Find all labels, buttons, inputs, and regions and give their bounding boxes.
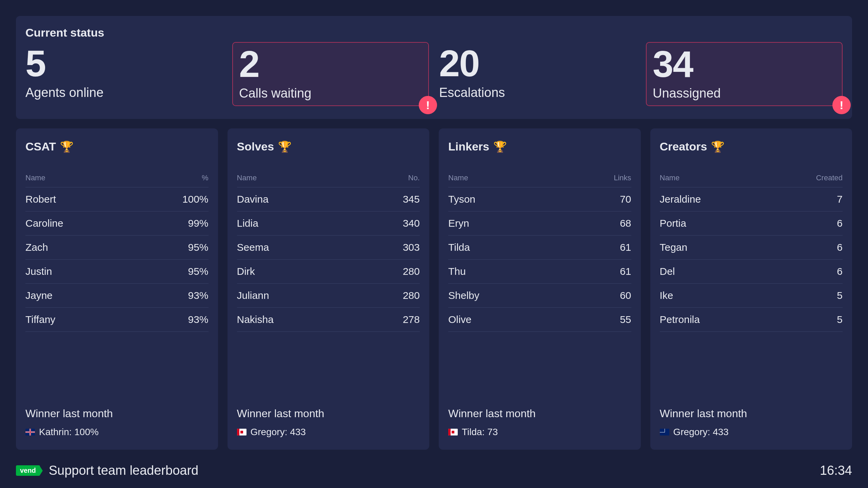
- table-row: Portia6: [660, 211, 843, 236]
- leaderboard-creators: Creators🏆NameCreatedJeraldine7Portia6Teg…: [650, 128, 852, 450]
- board-title-text: CSAT: [25, 140, 56, 153]
- cell-value: 278: [362, 308, 420, 332]
- winner-value: Tilda: 73: [448, 427, 631, 438]
- table-row: Seema303: [237, 236, 420, 260]
- cell-value: 340: [362, 211, 420, 236]
- cell-name: Olive: [448, 308, 566, 332]
- cell-name: Nakisha: [237, 308, 362, 332]
- clock: 16:34: [820, 463, 852, 478]
- cell-name: Davina: [237, 187, 362, 211]
- cell-value: 5: [771, 308, 843, 332]
- cell-value: 6: [771, 260, 843, 284]
- flag-icon: [25, 429, 35, 435]
- board-title-text: Solves: [237, 140, 274, 153]
- cell-name: Del: [660, 260, 771, 284]
- cell-value: 55: [566, 308, 631, 332]
- status-panel: Current status 5Agents online2Calls wait…: [16, 16, 852, 119]
- table-row: Jeraldine7: [660, 187, 843, 211]
- status-label: Agents online: [25, 85, 215, 100]
- winner-label: Winner last month: [25, 407, 209, 420]
- trophy-icon: 🏆: [60, 140, 74, 153]
- table-row: Justin95%: [25, 260, 209, 284]
- column-header-value: No.: [362, 174, 420, 187]
- board-title-text: Linkers: [448, 140, 489, 153]
- board-title: Linkers🏆: [448, 140, 631, 153]
- cell-value: 6: [771, 211, 843, 236]
- table-row: Tilda61: [448, 236, 631, 260]
- table-row: Davina345: [237, 187, 420, 211]
- status-card-calls-waiting: 2Calls waiting!: [232, 42, 429, 106]
- cell-value: 100%: [134, 187, 209, 211]
- cell-value: 99%: [134, 211, 209, 236]
- leaderboard-solves: Solves🏆NameNo.Davina345Lidia340Seema303D…: [228, 128, 430, 450]
- table-row: Nakisha278: [237, 308, 420, 332]
- column-header-name: Name: [660, 174, 771, 187]
- board-table: NameNo.Davina345Lidia340Seema303Dirk280J…: [237, 174, 420, 332]
- cell-value: 345: [362, 187, 420, 211]
- cell-value: 93%: [134, 284, 209, 308]
- winner-value: Gregory: 433: [237, 427, 420, 438]
- brand-badge: vend: [16, 465, 40, 476]
- column-header-name: Name: [448, 174, 566, 187]
- board-title: CSAT🏆: [25, 140, 209, 153]
- flag-icon: [660, 429, 669, 435]
- winner-text: Tilda: 73: [462, 427, 498, 438]
- cell-value: 61: [566, 260, 631, 284]
- winner-value: Gregory: 433: [660, 427, 843, 438]
- cell-value: 5: [771, 284, 843, 308]
- flag-icon: [237, 429, 246, 435]
- status-label: Calls waiting: [239, 86, 421, 101]
- cell-name: Dirk: [237, 260, 362, 284]
- cell-name: Robert: [25, 187, 134, 211]
- table-row: Eryn68: [448, 211, 631, 236]
- cell-name: Lidia: [237, 211, 362, 236]
- cell-name: Caroline: [25, 211, 134, 236]
- winner-value: Kathrin: 100%: [25, 427, 209, 438]
- table-row: Del6: [660, 260, 843, 284]
- winner-section: Winner last monthTilda: 73: [448, 407, 631, 438]
- board-title: Solves🏆: [237, 140, 420, 153]
- trophy-icon: 🏆: [278, 140, 292, 153]
- trophy-icon: 🏆: [493, 140, 507, 153]
- table-row: Jayne93%: [25, 284, 209, 308]
- cell-name: Thu: [448, 260, 566, 284]
- status-card-agents-online: 5Agents online: [25, 42, 222, 106]
- board-title: Creators🏆: [660, 140, 843, 153]
- status-label: Unassigned: [653, 86, 835, 101]
- status-label: Escalations: [439, 85, 629, 100]
- cell-name: Shelby: [448, 284, 566, 308]
- winner-text: Gregory: 433: [251, 427, 306, 438]
- status-value: 34: [653, 45, 835, 83]
- status-value: 20: [439, 45, 629, 82]
- table-row: Tyson70: [448, 187, 631, 211]
- table-row: Dirk280: [237, 260, 420, 284]
- cell-value: 60: [566, 284, 631, 308]
- table-row: Olive55: [448, 308, 631, 332]
- cell-name: Justin: [25, 260, 134, 284]
- table-row: Lidia340: [237, 211, 420, 236]
- winner-text: Gregory: 433: [673, 427, 729, 438]
- column-header-value: Links: [566, 174, 631, 187]
- table-row: Zach95%: [25, 236, 209, 260]
- cell-name: Jeraldine: [660, 187, 771, 211]
- cell-name: Petronila: [660, 308, 771, 332]
- cell-value: 61: [566, 236, 631, 260]
- winner-label: Winner last month: [237, 407, 420, 420]
- leaderboard-grid: CSAT🏆Name%Robert100%Caroline99%Zach95%Ju…: [16, 128, 852, 450]
- leaderboard-csat: CSAT🏆Name%Robert100%Caroline99%Zach95%Ju…: [16, 128, 218, 450]
- winner-text: Kathrin: 100%: [39, 427, 99, 438]
- footer-left: vend Support team leaderboard: [16, 463, 198, 478]
- flag-icon: [448, 429, 458, 435]
- cell-name: Tyson: [448, 187, 566, 211]
- cell-value: 70: [566, 187, 631, 211]
- table-row: Caroline99%: [25, 211, 209, 236]
- status-card-unassigned: 34Unassigned!: [646, 42, 843, 106]
- table-row: Shelby60: [448, 284, 631, 308]
- alert-icon: !: [419, 96, 437, 114]
- table-row: Tegan6: [660, 236, 843, 260]
- status-value: 2: [239, 45, 421, 83]
- cell-value: 68: [566, 211, 631, 236]
- leaderboard-linkers: Linkers🏆NameLinksTyson70Eryn68Tilda61Thu…: [439, 128, 641, 450]
- cell-value: 95%: [134, 236, 209, 260]
- cell-value: 95%: [134, 260, 209, 284]
